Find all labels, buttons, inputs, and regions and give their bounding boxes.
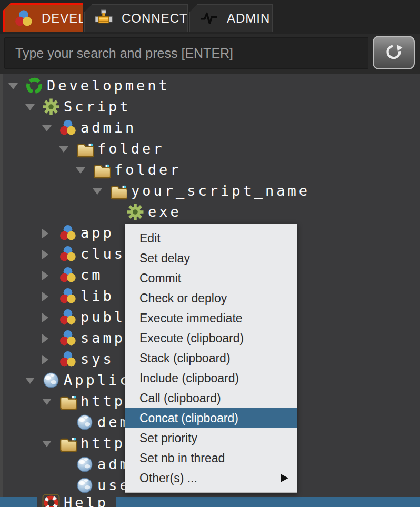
tree-item-label: samp — [81, 328, 125, 349]
tree-item-development[interactable]: Development — [0, 75, 420, 96]
tree-item-label: folder — [114, 159, 182, 180]
search-bar — [0, 34, 420, 74]
menu-item-label: Other(s) ... — [139, 471, 197, 485]
menu-item-execute-immediate[interactable]: Execute immediate — [125, 308, 297, 328]
menu-item-label: Check or deploy — [139, 291, 227, 305]
tab-bar: DEVELCONNECTADMIN — [0, 0, 420, 34]
menu-item-call-clipboard[interactable]: Call (clipboard) — [125, 388, 297, 408]
folder-icon — [59, 434, 77, 452]
cluster-icon — [59, 329, 77, 347]
tree-item-label: folder — [97, 138, 165, 159]
tree-item-label: http — [81, 391, 125, 412]
chevron-down-icon[interactable] — [42, 441, 52, 447]
chevron-right-icon[interactable] — [42, 292, 48, 301]
folder-icon — [109, 182, 127, 200]
menu-item-label: Set nb in thread — [139, 451, 225, 465]
menu-item-label: Execute immediate — [139, 311, 243, 325]
refresh-icon — [384, 42, 404, 64]
chevron-down-icon[interactable] — [59, 146, 68, 153]
chevron-down-icon[interactable] — [76, 167, 85, 174]
tree-item-label: exe — [148, 201, 182, 222]
cluster-icon — [59, 350, 77, 368]
chevron-down-icon[interactable] — [93, 188, 102, 195]
menu-item-label: Concat (clipboard) — [139, 411, 238, 425]
menu-item-set-priority[interactable]: Set priority — [125, 428, 297, 448]
tab-admin[interactable]: ADMIN — [189, 4, 273, 32]
globe-icon — [42, 371, 60, 389]
chevron-right-icon[interactable] — [42, 271, 48, 280]
tree-item-folder-2[interactable]: folder — [0, 159, 420, 180]
chevron-right-icon[interactable] — [42, 355, 48, 364]
search-input[interactable] — [4, 37, 368, 69]
chevron-right-icon[interactable] — [42, 250, 48, 259]
tree-item-label: Applic — [64, 370, 131, 391]
cluster-icon — [59, 266, 77, 284]
folder-icon — [76, 140, 94, 158]
tree-item-your-script-name[interactable]: your_script_name — [0, 180, 420, 201]
menu-item-edit[interactable]: Edit — [125, 228, 297, 248]
tree-item-label: admin — [81, 117, 136, 138]
chevron-down-icon[interactable] — [25, 104, 35, 110]
tree-item-label: lib — [81, 286, 114, 307]
menu-item-commit[interactable]: Commit — [125, 268, 297, 288]
menu-item-label: Call (clipboard) — [139, 391, 221, 405]
cluster-icon — [14, 9, 33, 28]
app-window: DEVELCONNECTADMIN DevelopmentScriptadmin… — [0, 0, 420, 507]
chevron-down-icon[interactable] — [42, 399, 52, 405]
lifebuoy-icon — [42, 494, 60, 507]
connector-icon — [94, 9, 113, 28]
cluster-icon — [59, 119, 77, 137]
menu-item-other-s[interactable]: Other(s) ... — [125, 468, 297, 488]
tree-item-exe[interactable]: exe — [0, 201, 420, 222]
menu-item-concat-clipboard[interactable]: Concat (clipboard) — [125, 408, 297, 428]
tab-label: DEVEL — [42, 11, 86, 26]
tab-label: CONNECT — [122, 11, 188, 26]
menu-item-stack-clipboard[interactable]: Stack (clipboard) — [125, 348, 297, 368]
chevron-down-icon[interactable] — [25, 378, 35, 384]
cluster-icon — [59, 245, 77, 263]
tree-item-label: Help — [64, 493, 108, 507]
menu-item-label: Include (clipboard) — [139, 371, 239, 385]
chevron-down-icon[interactable] — [8, 83, 18, 89]
context-menu: EditSet delayCommitCheck or deployExecut… — [125, 224, 297, 493]
pulse-icon — [199, 9, 218, 28]
menu-item-label: Set priority — [139, 431, 197, 445]
tree-item-admin[interactable]: admin — [0, 117, 420, 138]
tree-item-label: cm — [81, 265, 103, 286]
tree-item-label: clus — [81, 244, 125, 265]
menu-item-execute-clipboard[interactable]: Execute (clipboard) — [125, 328, 297, 348]
gear-icon — [126, 203, 144, 221]
tree-item-help[interactable]: Help — [37, 493, 116, 507]
cluster-icon — [59, 308, 77, 326]
globe-icon — [76, 413, 94, 431]
submenu-arrow-icon — [281, 474, 288, 482]
menu-item-label: Execute (clipboard) — [139, 331, 244, 345]
tab-connect[interactable]: CONNECT — [84, 4, 188, 32]
tree-item-label: your_script_name — [131, 180, 310, 201]
globe-icon — [76, 455, 94, 473]
tree-item-label: publ — [81, 307, 125, 328]
tree-item-script[interactable]: Script — [0, 96, 420, 117]
menu-item-set-delay[interactable]: Set delay — [125, 248, 297, 268]
menu-item-label: Set delay — [139, 251, 190, 265]
tab-devel[interactable]: DEVEL — [3, 3, 83, 32]
folder-icon — [59, 392, 77, 410]
menu-item-check-or-deploy[interactable]: Check or deploy — [125, 288, 297, 308]
tree-item-label: http — [81, 433, 125, 454]
tree-item-label: app — [81, 222, 114, 244]
chevron-right-icon[interactable] — [42, 334, 48, 343]
chevron-right-icon[interactable] — [42, 313, 48, 322]
tree-item-label: sys — [81, 349, 114, 370]
menu-item-label: Stack (clipboard) — [139, 351, 231, 365]
refresh-button[interactable] — [373, 36, 415, 69]
menu-item-include-clipboard[interactable]: Include (clipboard) — [125, 368, 297, 388]
tree-item-folder[interactable]: folder — [0, 138, 420, 159]
chevron-right-icon[interactable] — [42, 229, 48, 238]
folder-icon — [93, 161, 111, 179]
chevron-down-icon[interactable] — [42, 125, 52, 131]
gear-icon — [42, 98, 60, 116]
menu-item-label: Edit — [139, 231, 161, 245]
cluster-icon — [59, 287, 77, 305]
menu-item-set-nb-in-thread[interactable]: Set nb in thread — [125, 448, 297, 468]
tree-item-label: Development — [47, 75, 170, 96]
